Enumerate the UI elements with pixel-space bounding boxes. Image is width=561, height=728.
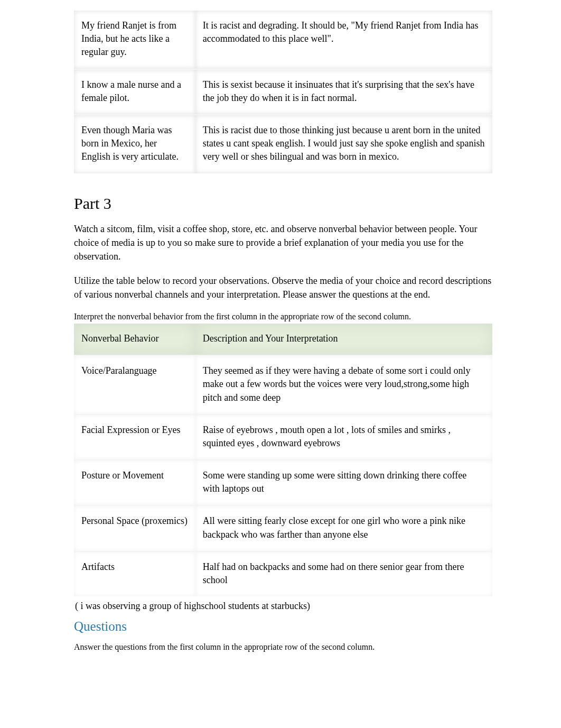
statement-cell: Even though Maria was born in Mexico, he…	[74, 114, 195, 173]
nonverbal-behavior-table: Nonverbal Behavior Description and Your …	[74, 324, 492, 596]
header-description-interpretation: Description and Your Interpretation	[195, 324, 492, 355]
questions-caption: Answer the questions from the first colu…	[74, 642, 492, 652]
table-row: Artifacts Half had on backpacks and some…	[74, 551, 492, 596]
header-nonverbal-behavior: Nonverbal Behavior	[74, 324, 195, 355]
statement-cell: I know a male nurse and a female pilot.	[74, 69, 195, 114]
table-row: Voice/Paralanguage They seemed as if the…	[74, 355, 492, 414]
table-row: Posture or Movement Some were standing u…	[74, 459, 492, 505]
part3-title: Part 3	[74, 195, 492, 213]
behavior-description: Half had on backpacks and some had on th…	[195, 551, 492, 596]
behavior-description: They seemed as if they were having a deb…	[195, 355, 492, 414]
table-row: Even though Maria was born in Mexico, he…	[74, 114, 492, 173]
bias-statements-table: My friend Ranjet is from India, but he a…	[74, 11, 492, 173]
document-page: My friend Ranjet is from India, but he a…	[0, 0, 561, 686]
table-row: Personal Space (proxemics) All were sitt…	[74, 505, 492, 550]
response-cell: It is racist and degrading. It should be…	[195, 11, 492, 69]
statement-cell: My friend Ranjet is from India, but he a…	[74, 11, 195, 69]
part3-para1: Watch a sitcom, film, visit a coffee sho…	[74, 222, 492, 263]
questions-heading: Questions	[74, 619, 492, 634]
part3-para2: Utilize the table below to record your o…	[74, 274, 492, 301]
response-cell: This is racist due to those thinking jus…	[195, 114, 492, 173]
behavior-label: Facial Expression or Eyes	[74, 414, 195, 459]
behavior-label: Artifacts	[74, 551, 195, 596]
behavior-description: Some were standing up some were sitting …	[195, 459, 492, 505]
table-row: My friend Ranjet is from India, but he a…	[74, 11, 492, 69]
nonverbal-table-caption: Interpret the nonverbal behavior from th…	[74, 312, 492, 321]
table-row: Facial Expression or Eyes Raise of eyebr…	[74, 414, 492, 459]
observation-note: ( i was observing a group of highschool …	[75, 601, 492, 612]
behavior-label: Personal Space (proxemics)	[74, 505, 195, 550]
table-row: I know a male nurse and a female pilot. …	[74, 69, 492, 114]
response-cell: This is sexist because it insinuates tha…	[195, 69, 492, 114]
behavior-description: All were sitting fearly close except for…	[195, 505, 492, 550]
table-header-row: Nonverbal Behavior Description and Your …	[74, 324, 492, 355]
behavior-label: Posture or Movement	[74, 459, 195, 505]
behavior-label: Voice/Paralanguage	[74, 355, 195, 414]
behavior-description: Raise of eyebrows , mouth open a lot , l…	[195, 414, 492, 459]
